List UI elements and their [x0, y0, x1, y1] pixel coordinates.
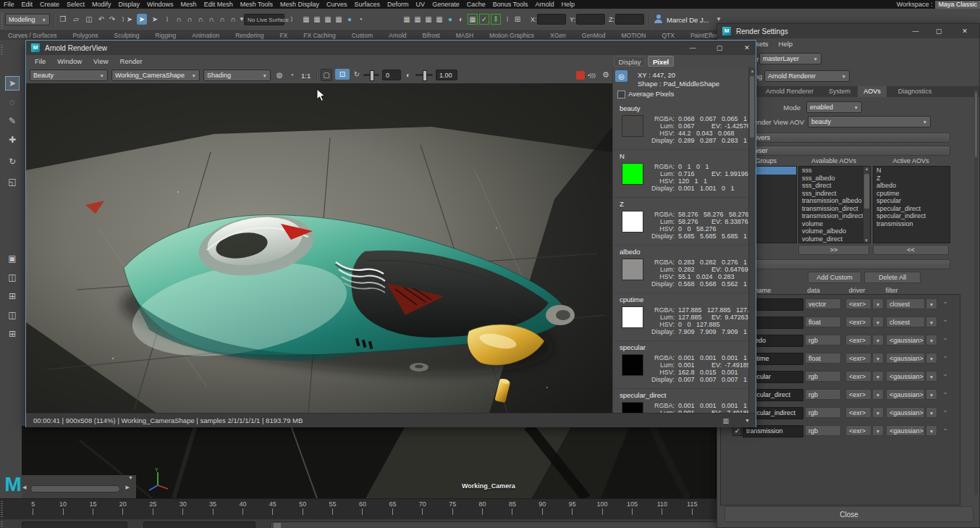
- render-using-select[interactable]: Arnold Renderer▼: [764, 70, 850, 82]
- menu-item[interactable]: Create: [36, 0, 63, 9]
- menu-item[interactable]: Edit Mesh: [200, 0, 237, 9]
- display-editor-icon[interactable]: ▦: [423, 14, 434, 25]
- tab-system[interactable]: System: [824, 86, 855, 97]
- render-settings-titlebar[interactable]: M Render Settings — ▢ ✕: [717, 24, 979, 38]
- expand-chevrons-icon[interactable]: ⌄: [941, 407, 950, 413]
- snap-to-curve-icon[interactable]: ∩: [185, 14, 195, 25]
- maximize-icon[interactable]: ▢: [933, 25, 945, 37]
- list-item[interactable]: volume_albedo: [799, 227, 863, 235]
- list-item[interactable]: sss_direct: [799, 182, 863, 190]
- expand-chevrons-icon[interactable]: ⌄: [941, 335, 950, 340]
- render-image[interactable]: [26, 83, 612, 413]
- hypershade-layout-icon[interactable]: ⊞: [5, 327, 20, 341]
- snap-to-grid-icon[interactable]: ∩: [174, 14, 184, 25]
- expand-chevrons-icon[interactable]: ⌄: [941, 371, 950, 377]
- aov-filter-select[interactable]: <gaussian>: [886, 371, 925, 382]
- aov-driver-select[interactable]: <exr>: [845, 371, 871, 382]
- menu-item[interactable]: Curves: [323, 0, 351, 9]
- aov-filter-select[interactable]: <gaussian>: [886, 353, 925, 364]
- aov-filter-select[interactable]: closest: [886, 317, 925, 327]
- chevron-down-icon[interactable]: ▼: [926, 298, 937, 309]
- lock-camera-icon[interactable]: ⊡: [335, 69, 350, 80]
- shelf-tab[interactable]: MOTION: [613, 31, 654, 40]
- shelf-tab[interactable]: FX: [271, 31, 295, 40]
- shelf-tab[interactable]: Rendering: [227, 31, 271, 40]
- close-icon[interactable]: ✕: [959, 25, 971, 37]
- aov-filter-select[interactable]: <gaussian>: [886, 407, 925, 418]
- chevron-down-icon[interactable]: ▼: [926, 317, 937, 327]
- list-item[interactable]: volume_indirect: [799, 243, 863, 243]
- menu-item[interactable]: Surfaces: [351, 0, 384, 9]
- gear-icon[interactable]: ⚙: [601, 70, 611, 80]
- menu-item[interactable]: Arnold: [532, 0, 558, 9]
- aov-driver-select[interactable]: <exr>: [845, 335, 871, 345]
- minimize-icon[interactable]: —: [910, 25, 921, 37]
- save-scene-icon[interactable]: ◫: [84, 14, 94, 25]
- stop-render-button[interactable]: [576, 71, 585, 80]
- lasso-tool-icon[interactable]: ◌: [5, 95, 20, 109]
- aov-driver-select[interactable]: <exr>: [845, 407, 871, 418]
- timeline-grip[interactable]: [1, 501, 3, 517]
- broadcast-icon[interactable]: •))): [588, 72, 596, 78]
- exposure-value-field[interactable]: 0: [382, 70, 401, 80]
- list-item[interactable]: volume_direct: [799, 235, 863, 243]
- signed-in-user[interactable]: Marcel De J...: [667, 16, 709, 24]
- toolbar-grip[interactable]: [1, 11, 3, 28]
- arnold-render-icon[interactable]: ▦: [468, 14, 478, 25]
- aov-driver-select[interactable]: <exr>: [845, 298, 871, 309]
- paint-select-tool-icon[interactable]: ✎: [5, 114, 20, 128]
- shelf-tab[interactable]: MASH: [448, 31, 482, 40]
- menu-item[interactable]: Window: [51, 57, 88, 65]
- outliner-layout-icon[interactable]: ◫: [5, 308, 20, 322]
- menu-item[interactable]: Deform: [384, 0, 413, 9]
- list-item[interactable]: N: [874, 167, 950, 175]
- single-pane-layout-icon[interactable]: ▣: [5, 251, 20, 266]
- list-item[interactable]: transmission_indirect: [799, 212, 863, 220]
- playback-start-field[interactable]: [22, 521, 127, 528]
- background-toggle-icon[interactable]: ◔: [287, 70, 297, 80]
- menu-set-select[interactable]: Modeling▼: [5, 14, 50, 25]
- playback-end-field[interactable]: [143, 521, 255, 528]
- menu-item[interactable]: Modify: [88, 0, 115, 9]
- grid-toggle-icon[interactable]: ⊞: [512, 14, 523, 25]
- renderview-titlebar[interactable]: M Arnold RenderView — ▢ ✕: [26, 41, 756, 55]
- new-scene-icon[interactable]: ❒: [58, 14, 68, 25]
- shelf-tab[interactable]: Bifrost: [415, 31, 448, 40]
- range-slider-handle[interactable]: [274, 523, 281, 528]
- gamma-slider[interactable]: [415, 74, 433, 76]
- toolbox-grip[interactable]: [1, 44, 3, 54]
- expand-chevrons-icon[interactable]: ⌄: [941, 353, 950, 359]
- workspace-selector[interactable]: Workspace : Maya Classic: [897, 1, 980, 9]
- open-hypershade-icon[interactable]: ▦: [334, 14, 344, 25]
- chevron-down-icon[interactable]: ▼: [872, 353, 884, 364]
- aov-display-select[interactable]: Beauty▼: [30, 70, 108, 81]
- list-item[interactable]: transmission: [874, 220, 950, 228]
- menu-item[interactable]: Help: [558, 0, 579, 9]
- scale-tool-icon[interactable]: ◱: [5, 175, 20, 189]
- chevron-down-icon[interactable]: ▼: [926, 335, 937, 345]
- shelf-tab[interactable]: QTX: [654, 31, 682, 40]
- display-mode-select[interactable]: Shading▼: [203, 70, 271, 81]
- menu-item[interactable]: Mesh Display: [276, 0, 323, 9]
- horizontal-scrollbar[interactable]: [30, 485, 120, 493]
- gamma-value-field[interactable]: 1.00: [436, 70, 457, 80]
- shelf-tab[interactable]: Rigging: [148, 31, 185, 40]
- tab-aovs[interactable]: AOVs: [858, 86, 887, 97]
- snap-to-point-icon[interactable]: ∩: [195, 14, 206, 25]
- select-by-component-icon[interactable]: ➤: [150, 14, 160, 25]
- range-grip[interactable]: [1, 521, 3, 527]
- scroll-down-icon[interactable]: ▼: [864, 238, 869, 243]
- select-tool-icon[interactable]: ➤: [5, 76, 20, 91]
- rotate-tool-icon[interactable]: ↻: [5, 154, 20, 169]
- minimize-icon[interactable]: —: [687, 42, 698, 54]
- add-aov-button[interactable]: >>: [798, 245, 869, 255]
- aov-filter-select[interactable]: <gaussian>: [886, 335, 925, 345]
- ipr-render-icon[interactable]: ◔: [355, 14, 366, 25]
- rgb-channels-icon[interactable]: ◍: [274, 70, 284, 80]
- render-current-frame-icon[interactable]: ●: [345, 14, 355, 25]
- open-scene-icon[interactable]: ▱: [71, 14, 81, 25]
- shelf-tab[interactable]: XGen: [542, 31, 574, 40]
- list-item[interactable]: specular_direct: [874, 205, 950, 213]
- menu-item[interactable]: File: [29, 57, 51, 65]
- menu-item[interactable]: Mesh: [177, 0, 200, 9]
